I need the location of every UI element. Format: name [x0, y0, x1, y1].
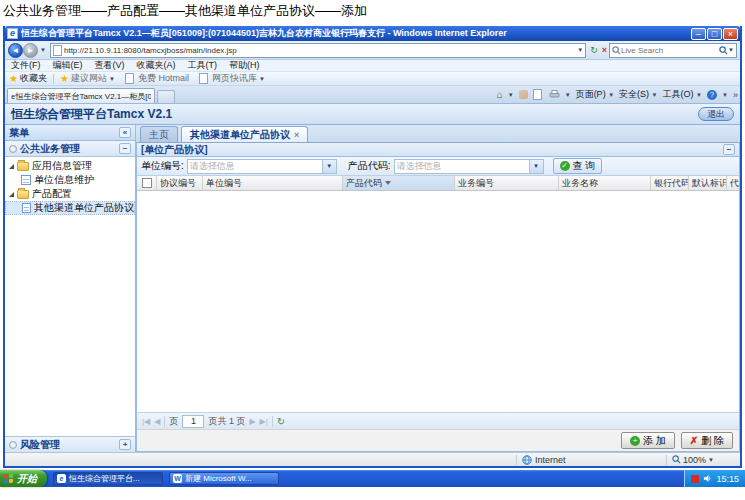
print-dropdown-icon[interactable]: ▼	[565, 92, 571, 98]
last-page-icon[interactable]: ▶|	[260, 417, 268, 426]
select-all-checkbox[interactable]	[142, 178, 152, 188]
globe-icon	[522, 455, 532, 465]
favorites-button[interactable]: 收藏夹	[20, 72, 47, 85]
history-dropdown-icon[interactable]: ▼	[38, 43, 48, 58]
home-dropdown-icon[interactable]: ▼	[508, 92, 514, 98]
address-dropdown-icon[interactable]: ▼	[577, 47, 583, 53]
help-icon[interactable]: ?	[707, 90, 717, 100]
query-button[interactable]: ✓ 查 询	[553, 158, 603, 174]
stop-button[interactable]: ×	[600, 43, 609, 58]
forward-button[interactable]: ►	[23, 43, 38, 58]
close-button[interactable]: ×	[723, 28, 738, 40]
expander-icon[interactable]	[9, 192, 14, 197]
security-zone: Internet	[516, 455, 666, 465]
page-number-input[interactable]	[182, 415, 204, 428]
expander-icon[interactable]	[9, 164, 14, 169]
panel-header: [单位产品协议] −	[137, 143, 739, 157]
col-business-name[interactable]: 业务名称	[559, 176, 651, 190]
unit-code-input[interactable]	[188, 161, 322, 171]
search-magnifier-icon[interactable]	[719, 46, 728, 55]
accordion-collapse-icon[interactable]: −	[119, 143, 131, 154]
col-unit-no[interactable]: 单位编号	[203, 176, 343, 190]
next-page-icon[interactable]: ▶	[249, 417, 255, 426]
tab-favicon: e	[11, 92, 15, 100]
product-code-input[interactable]	[395, 161, 529, 171]
address-input[interactable]	[64, 46, 577, 55]
page-menu[interactable]: 页面(P) ▼	[576, 88, 614, 101]
read-mail-icon[interactable]	[533, 89, 542, 100]
volume-icon[interactable]	[703, 474, 712, 483]
address-bar: ◄ ► ▼ ▼ ↻ × ▼	[5, 41, 740, 60]
refresh-button[interactable]: ↻	[588, 43, 600, 58]
product-combo-dropdown-icon[interactable]: ▼	[529, 160, 543, 173]
accordion-expand-icon[interactable]: +	[119, 439, 131, 450]
zoom-dropdown-icon[interactable]: ▼	[708, 457, 714, 463]
safety-menu[interactable]: 安全(S) ▼	[619, 88, 657, 101]
tab-home[interactable]: 主页	[140, 126, 178, 142]
feed-icon[interactable]	[519, 90, 528, 99]
col-business-no[interactable]: 业务编号	[455, 176, 559, 190]
add-button[interactable]: + 添 加	[621, 432, 675, 449]
tree-node-unit-info[interactable]: 单位信息维护	[5, 173, 135, 187]
tray-app-icon[interactable]	[691, 475, 699, 483]
menu-favorites[interactable]: 收藏夹(A)	[137, 59, 176, 72]
select-all-cell[interactable]	[137, 176, 157, 190]
logout-button[interactable]: 退出	[698, 107, 734, 121]
grid-header: 协议编号 单位编号 产品代码 业务编号 业务名称 银行代码 默认标识 代付标志 …	[137, 176, 739, 191]
panel-collapse-icon[interactable]: −	[723, 144, 735, 155]
unit-combo-dropdown-icon[interactable]: ▼	[322, 160, 336, 173]
col-pay-flag[interactable]: 代付标志	[727, 176, 739, 190]
refresh-grid-icon[interactable]: ↻	[277, 416, 285, 427]
hotmail-link[interactable]: 免费 Hotmail	[138, 72, 189, 85]
zoom-control[interactable]: 100% ▼	[666, 455, 736, 465]
menu-file[interactable]: 文件(F)	[11, 59, 41, 72]
prev-page-icon[interactable]: ◀	[154, 417, 160, 426]
delete-button[interactable]: ✗ 删 除	[681, 432, 733, 449]
col-product-code[interactable]: 产品代码	[343, 176, 455, 190]
col-default-flag[interactable]: 默认标识	[689, 176, 727, 190]
start-button[interactable]: 开始	[0, 470, 47, 487]
taskbar-item-word[interactable]: W 新建 Microsoft W...	[169, 472, 279, 485]
suggested-sites-link[interactable]: 建议网站▼	[71, 72, 115, 85]
tree-node-app-info[interactable]: 应用信息管理	[5, 159, 135, 173]
word-task-icon: W	[173, 474, 182, 483]
home-icon[interactable]: ⌂	[497, 90, 503, 100]
browser-tab[interactable]: e 恒生综合管理平台Tamcx V2.1—柜员[051009]	[7, 88, 155, 103]
search-dropdown-icon[interactable]: ▼	[728, 47, 734, 53]
back-button[interactable]: ◄	[8, 43, 23, 58]
tools-menu[interactable]: 工具(O) ▼	[663, 88, 702, 101]
col-agreement-no[interactable]: 协议编号	[157, 176, 203, 190]
col-bank-code[interactable]: 银行代码	[651, 176, 689, 190]
sidebar-collapse-icon[interactable]: «	[119, 127, 131, 138]
menu-tools[interactable]: 工具(T)	[188, 59, 218, 72]
maximize-button[interactable]: □	[707, 28, 722, 40]
clock[interactable]: 15:15	[716, 474, 739, 484]
menu-edit[interactable]: 编辑(E)	[53, 59, 83, 72]
unit-code-combo[interactable]: ▼	[187, 159, 337, 174]
overflow-chevron-icon[interactable]: »	[733, 90, 738, 100]
menu-help[interactable]: 帮助(H)	[229, 59, 260, 72]
accordion-public-business[interactable]: 公共业务管理 −	[5, 141, 135, 157]
tree-node-other-channel-agreement[interactable]: 其他渠道单位产品协议	[5, 201, 135, 215]
product-code-combo[interactable]: ▼	[394, 159, 544, 174]
tree-node-label: 单位信息维护	[34, 173, 94, 187]
new-tab-button[interactable]	[157, 90, 175, 103]
tree-node-product-config[interactable]: 产品配置	[5, 187, 135, 201]
search-input[interactable]	[621, 46, 719, 55]
accordion-icon	[9, 441, 17, 449]
accordion-risk-management[interactable]: 风险管理 +	[5, 436, 135, 452]
tab-agreement[interactable]: 其他渠道单位产品协议 ×	[181, 126, 308, 142]
tab-close-icon[interactable]: ×	[294, 130, 299, 140]
first-page-icon[interactable]: |◀	[142, 417, 150, 426]
window-titlebar[interactable]: e 恒生综合管理平台Tamcx V2.1—柜员[051009]:(0710445…	[5, 26, 740, 41]
webslice-link[interactable]: 网页快讯库▼	[212, 72, 265, 85]
taskbar-item-ie[interactable]: e 恒生综合管理平台...	[53, 472, 163, 485]
search-box[interactable]: ▼	[609, 43, 737, 58]
menu-view[interactable]: 查看(V)	[95, 59, 125, 72]
accordion-icon	[9, 145, 17, 153]
address-field[interactable]: ▼	[50, 43, 586, 58]
help-dropdown-icon[interactable]: ▼	[722, 92, 728, 98]
print-icon[interactable]	[549, 90, 560, 99]
minimize-button[interactable]: –	[691, 28, 706, 40]
leaf-icon	[22, 203, 31, 213]
